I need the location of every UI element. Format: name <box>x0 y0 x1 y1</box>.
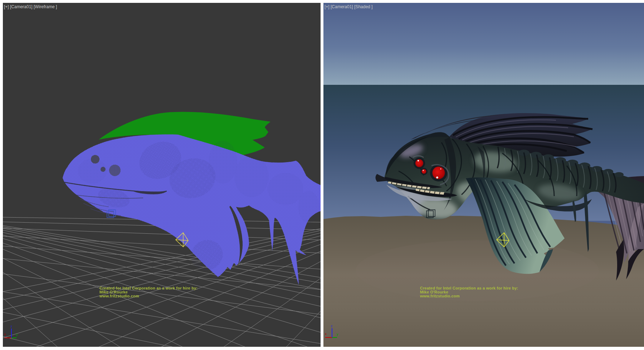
svg-text:x: x <box>325 332 327 336</box>
svg-text:y: y <box>16 333 18 336</box>
svg-text:x: x <box>4 332 6 336</box>
svg-text:y: y <box>337 332 338 336</box>
svg-text:z: z <box>10 325 12 328</box>
svg-text:z: z <box>331 324 333 328</box>
